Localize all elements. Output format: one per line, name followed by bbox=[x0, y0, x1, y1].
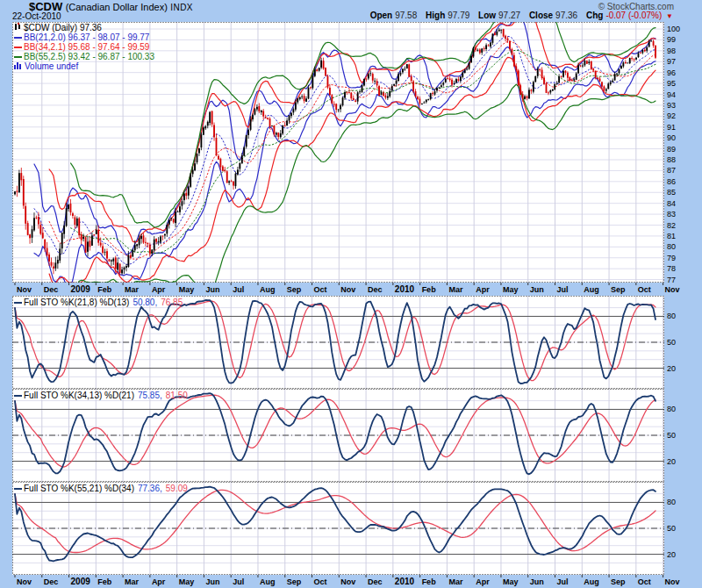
price-axis-label: 77 bbox=[667, 276, 676, 284]
change-label: Chg bbox=[586, 11, 603, 20]
price-axis-label: 78 bbox=[667, 264, 676, 273]
month-axis-label: Aug bbox=[260, 577, 276, 586]
month-axis-label: Nov bbox=[665, 285, 680, 294]
month-axis-label: Mar bbox=[448, 577, 463, 586]
month-axis-label: Dec bbox=[368, 285, 383, 294]
month-axis-label: Oct bbox=[314, 285, 327, 294]
price-axis-label: 94 bbox=[667, 90, 676, 99]
high-value: 97.79 bbox=[448, 11, 469, 20]
price-axis-label: 92 bbox=[667, 111, 676, 120]
change-down-arrow: ▼ bbox=[666, 12, 673, 20]
quote-bar: Open97.58 High97.79 Low97.27 Close97.36 … bbox=[364, 11, 673, 20]
price-axis-label: 87 bbox=[667, 166, 676, 175]
symbol-name: (Canadian Dollar Index) bbox=[66, 2, 168, 12]
stoch-axis-label: 20 bbox=[667, 364, 676, 373]
price-axis-label: 93 bbox=[667, 101, 676, 110]
month-axis-label: Jul bbox=[233, 285, 244, 294]
stoch3-label: Full STO %K(55,21) %D(34) bbox=[24, 484, 134, 493]
bb34-line-swatch bbox=[14, 47, 22, 48]
month-axis-label: Aug bbox=[584, 577, 599, 586]
month-axis-label: Nov bbox=[17, 577, 32, 586]
chart-canvas: 1009998979695949392919089888786858483828… bbox=[0, 0, 702, 588]
month-axis-label: Oct bbox=[638, 285, 651, 294]
bb55-line-swatch bbox=[14, 56, 22, 58]
price-axis-label: 89 bbox=[667, 145, 676, 154]
month-axis-label: 2009 bbox=[71, 577, 91, 586]
price-axis-label: 88 bbox=[667, 155, 676, 164]
open-value: 97.58 bbox=[395, 11, 417, 20]
month-axis-label: Jun bbox=[205, 577, 219, 586]
month-axis-label: Dec bbox=[44, 577, 59, 586]
legend-bb55: BB(55,2.5) 93.42 - 96.87 - 100.33 bbox=[24, 52, 154, 61]
close-value: 97.36 bbox=[555, 11, 577, 20]
month-axis-label: Sep bbox=[287, 577, 302, 586]
stoch2-label: Full STO %K(34,13) %D(21) bbox=[24, 391, 134, 400]
month-axis-label: Feb bbox=[97, 285, 112, 294]
legend-volume: Volume undef bbox=[25, 61, 78, 71]
month-axis-label: Dec bbox=[368, 577, 383, 586]
price-axis-label: 79 bbox=[667, 254, 676, 262]
stoch-axis-label: 80 bbox=[667, 405, 676, 413]
stoch-axis-label: 50 bbox=[667, 431, 676, 440]
stoch-axis-label: 80 bbox=[667, 312, 676, 320]
month-axis-label: Mar bbox=[125, 285, 140, 294]
close-label: Close bbox=[529, 11, 553, 20]
month-axis-label: 2009 bbox=[71, 284, 91, 294]
price-axis-label: 95 bbox=[667, 79, 676, 88]
month-axis-label: Aug bbox=[260, 285, 276, 294]
stoch-axis-label: 50 bbox=[667, 338, 676, 347]
stoch1-line-swatch bbox=[14, 302, 22, 304]
month-axis-label: Jun bbox=[205, 285, 219, 294]
open-label: Open bbox=[370, 11, 393, 20]
high-label: High bbox=[426, 11, 445, 20]
candlestick-style-icon bbox=[14, 23, 22, 32]
price-axis-label: 81 bbox=[667, 232, 676, 240]
month-axis-label: May bbox=[503, 285, 519, 294]
price-axis-label: 84 bbox=[667, 199, 676, 208]
stoch-axis-label: 20 bbox=[667, 550, 676, 559]
stoch3-d-value: 59.09 bbox=[166, 484, 188, 493]
main-legend: $CDW (Daily) 97.36 BB(21,2.0) 96.37 - 98… bbox=[14, 23, 154, 71]
exchange-label: INDX bbox=[170, 3, 193, 12]
price-axis-label: 80 bbox=[667, 242, 676, 251]
stoch1-k-value: 50.80, bbox=[133, 298, 157, 307]
price-axis-label: 82 bbox=[667, 221, 676, 230]
month-axis-label: Feb bbox=[97, 577, 112, 586]
low-label: Low bbox=[478, 11, 496, 20]
month-axis-label: Apr bbox=[152, 577, 166, 586]
month-axis-label: Mar bbox=[448, 285, 463, 294]
price-axis-label: 83 bbox=[667, 210, 676, 219]
month-axis-label: Mar bbox=[125, 577, 140, 586]
month-axis-label: Sep bbox=[611, 285, 626, 294]
price-axis-label: 99 bbox=[667, 35, 676, 44]
month-axis-label: Nov bbox=[340, 577, 355, 586]
month-axis-label: May bbox=[179, 577, 195, 586]
stoch2-legend: Full STO %K(34,13) %D(21) 75.85, 81.50 bbox=[14, 391, 188, 400]
month-axis-label: Feb bbox=[422, 285, 437, 294]
legend-bb21: BB(21,2.0) 96.37 - 98.07 - 99.77 bbox=[24, 32, 149, 42]
month-axis-label: Sep bbox=[611, 577, 626, 586]
price-axis-label: 86 bbox=[667, 177, 676, 186]
stoch3-legend: Full STO %K(55,21) %D(34) 77.36, 59.09 bbox=[14, 484, 188, 493]
month-axis-label: Aug bbox=[584, 285, 599, 294]
month-axis-label: Nov bbox=[665, 577, 680, 586]
stoch1-d-value: 76.85 bbox=[161, 298, 183, 307]
stoch-axis-label: 80 bbox=[667, 498, 676, 506]
stoch1-legend: Full STO %K(21,8) %D(13) 50.80, 76.85 bbox=[14, 298, 183, 307]
low-value: 97.27 bbox=[498, 11, 520, 20]
volume-icon bbox=[14, 61, 22, 71]
month-axis-label: Jul bbox=[557, 577, 569, 586]
price-axis-label: 85 bbox=[667, 188, 676, 197]
stoch-axis-label: 50 bbox=[667, 524, 676, 533]
month-axis-label: Oct bbox=[314, 577, 327, 586]
month-axis-label: Jul bbox=[557, 285, 569, 294]
month-axis-label: Nov bbox=[17, 285, 32, 294]
price-axis-label: 100 bbox=[667, 25, 680, 33]
month-axis-label: May bbox=[503, 577, 519, 586]
price-axis-label: 98 bbox=[667, 47, 676, 55]
month-axis-label: Sep bbox=[287, 285, 302, 294]
stoch2-line-swatch bbox=[14, 395, 22, 397]
month-axis-label: Nov bbox=[340, 285, 355, 294]
stoch2-k-value: 75.85, bbox=[138, 391, 162, 400]
month-axis-label: 2010 bbox=[395, 577, 415, 586]
